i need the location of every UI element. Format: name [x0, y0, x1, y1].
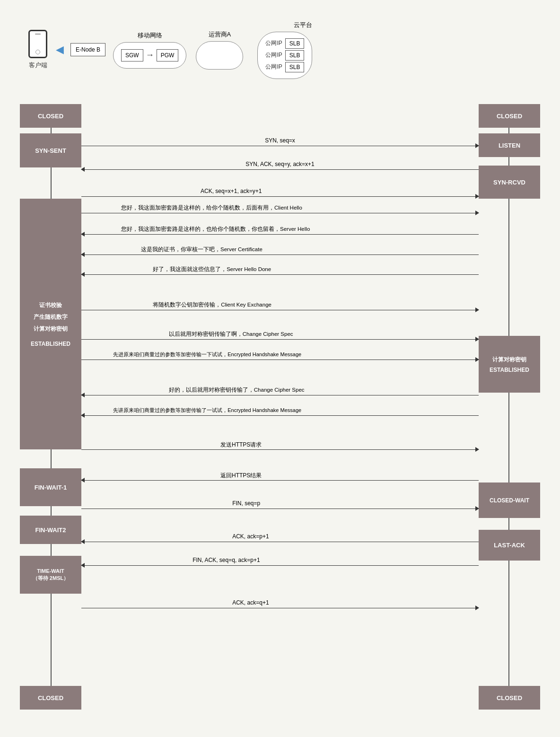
state-left-fin-wait1: FIN-WAIT-1 [20, 468, 81, 506]
phone-icon [28, 30, 47, 58]
msg-fin-ack-seq-q: FIN, ACK, seq=q, ack=p+1 [81, 565, 479, 566]
signal-arrow: ◀ [56, 44, 64, 56]
mobile-network-content: SGW → PGW [113, 42, 186, 69]
state-left-time-wait: TIME-WAIT （等待 2MSL） [20, 556, 81, 594]
msg-ack: ACK, seq=x+1, ack=y+1 [81, 196, 479, 197]
enode-box: E-Node B [70, 43, 105, 56]
state-left-closed-bot: CLOSED [20, 686, 81, 710]
msg-ack-p1: ACK, ack=p+1 [81, 542, 479, 542]
msg-change-cipher-spec-2: 好的，以后就用对称密钥传输了，Change Cipher Spec [81, 395, 479, 395]
network-diagram: 客户端 ◀ E-Node B 移动网络 SGW → PGW 运营商A 云平台 公… [0, 0, 560, 95]
state-right-listen: LISTEN [479, 133, 540, 157]
ip-slb-row-3: 公网IP SLB [265, 62, 304, 72]
carrier-content [196, 41, 243, 70]
state-right-last-ack: LAST-ACK [479, 530, 540, 561]
msg-syn-ack: SYN, ACK, seq=y, ack=x+1 [81, 169, 479, 170]
carrier-label: 运营商A [196, 30, 243, 39]
cloud-platform: 云平台 公网IP SLB 公网IP SLB 公网IP SLB [257, 21, 312, 79]
msg-ack-q1: ACK, ack=q+1 [81, 608, 479, 608]
msg-change-cipher-spec-1: 以后就用对称密钥传输了啊，Change Cipher Spec [81, 339, 479, 340]
state-right-established: 计算对称密钥 ESTABLISHED [479, 336, 540, 393]
msg-server-cert: 这是我的证书，你审核一下吧，Server Certificate [81, 254, 479, 255]
carrier-cloud: 运营商A [196, 30, 243, 70]
arrow-connector: → [146, 50, 154, 60]
msg-server-hello-done: 好了，我这面就这些信息了，Server Hello Done [81, 274, 479, 275]
state-left-established: 证书校验 产生随机数字 计算对称密钥 ESTABLISHED [20, 199, 81, 449]
client-device: 客户端 [28, 30, 47, 70]
msg-https-response: 返回HTTPS结果 [81, 480, 479, 481]
state-right-closed-top: CLOSED [479, 104, 540, 128]
pgw-box: PGW [157, 49, 179, 61]
state-left-fin-wait2: FIN-WAIT2 [20, 516, 81, 544]
cloud-platform-label: 云平台 [257, 21, 312, 29]
msg-encrypted-hs-1: 先进原来咱们商量过的参数等加密传输一下试试，Encrypted Handshak… [81, 360, 479, 360]
state-right-closed-bot: CLOSED [479, 686, 540, 710]
state-right-syn-rcvd: SYN-RCVD [479, 166, 540, 199]
state-right-closed-wait: CLOSED-WAIT [479, 483, 540, 518]
mobile-network-label: 移动网络 [113, 31, 186, 40]
msg-encrypted-hs-2: 先讲原来咱们商量过的参数等加密传输了一试试，Encrypted Handshak… [81, 415, 479, 416]
ip-slb-row-2: 公网IP SLB [265, 50, 304, 61]
cloud-platform-content: 公网IP SLB 公网IP SLB 公网IP SLB [257, 32, 312, 79]
seq-container: CLOSED SYN-SENT 证书校验 产生随机数字 计算对称密钥 ESTAB… [20, 104, 540, 719]
sgw-box: SGW [121, 49, 143, 61]
state-left-closed-top: CLOSED [20, 104, 81, 128]
msg-fin-seq-p: FIN, seq=p [81, 509, 479, 509]
sequence-diagram: CLOSED SYN-SENT 证书校验 产生随机数字 计算对称密钥 ESTAB… [19, 104, 541, 737]
ip-slb-row-1: 公网IP SLB [265, 38, 304, 49]
msg-client-hello: 您好，我这面加密套路是这样的，给你个随机数，后面有用，Client Hello [81, 213, 479, 213]
client-label: 客户端 [29, 61, 47, 70]
msg-client-key-exchange: 将随机数字公钥加密传输，Client Key Exchange [81, 310, 479, 310]
mobile-network-cloud: 移动网络 SGW → PGW [113, 31, 186, 69]
state-left-syn-sent: SYN-SENT [20, 133, 81, 167]
msg-syn: SYN, seq=x [81, 146, 479, 146]
msg-https-request: 发送HTTPS请求 [81, 449, 479, 450]
msg-server-hello: 您好，我这面加密套路是这样的，也给你个随机数，你也留着，Server Hello [81, 234, 479, 235]
